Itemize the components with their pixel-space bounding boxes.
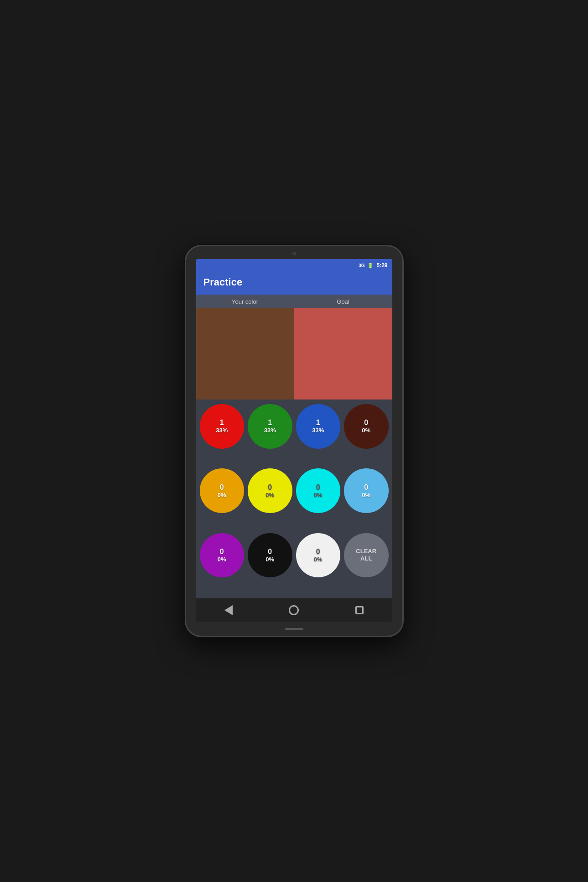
count-purple: 0 xyxy=(220,548,224,556)
percent-blue: 33% xyxy=(312,427,324,434)
back-icon xyxy=(224,605,233,615)
color-section-header: Your color Goal xyxy=(196,295,392,308)
count-orange: 0 xyxy=(220,483,224,492)
color-btn-red[interactable]: 133% xyxy=(200,404,245,449)
count-yellow: 0 xyxy=(268,483,272,492)
count-ltblue: 0 xyxy=(364,483,368,492)
your-color-label: Your color xyxy=(196,298,294,305)
color-btn-black[interactable]: 00% xyxy=(248,533,292,578)
app-title: Practice xyxy=(203,276,385,288)
color-btn-orange[interactable]: 00% xyxy=(200,468,245,513)
screen: 3G 🔋 5:29 Practice Your color Goal 133%1… xyxy=(196,259,392,622)
count-red: 1 xyxy=(220,419,224,427)
back-button[interactable] xyxy=(220,602,237,618)
color-btn-blue[interactable]: 133% xyxy=(296,404,341,449)
percent-brown: 0% xyxy=(362,427,370,434)
signal-indicator: 3G xyxy=(359,263,364,268)
goal-color-box xyxy=(294,308,392,399)
color-btn-yellow[interactable]: 00% xyxy=(248,468,292,513)
percent-black: 0% xyxy=(265,556,274,563)
percent-ltblue: 0% xyxy=(362,492,370,498)
clear-all-label: CLEARALL xyxy=(356,548,376,563)
percent-white: 0% xyxy=(314,556,323,563)
count-cyan: 0 xyxy=(316,483,320,492)
count-black: 0 xyxy=(268,548,272,556)
percent-cyan: 0% xyxy=(314,492,323,498)
percent-yellow: 0% xyxy=(265,492,274,498)
goal-label: Goal xyxy=(294,298,392,305)
clock: 5:29 xyxy=(376,262,387,269)
color-btn-ltblue[interactable]: 00% xyxy=(344,468,389,513)
color-buttons-grid: 133%133%133%00%00%00%00%00%00%00%00%CLEA… xyxy=(196,399,392,598)
count-blue: 1 xyxy=(316,419,320,427)
nav-bar xyxy=(196,598,392,622)
clear-all-button[interactable]: CLEARALL xyxy=(344,533,389,578)
device-bottom xyxy=(186,622,402,636)
status-bar: 3G 🔋 5:29 xyxy=(196,259,392,272)
color-btn-brown[interactable]: 00% xyxy=(344,404,389,449)
percent-orange: 0% xyxy=(218,492,226,498)
count-green: 1 xyxy=(268,419,272,427)
app-bar: Practice xyxy=(196,272,392,295)
count-white: 0 xyxy=(316,548,320,556)
color-btn-white[interactable]: 00% xyxy=(296,533,341,578)
your-color-box xyxy=(196,308,294,399)
color-btn-cyan[interactable]: 00% xyxy=(296,468,341,513)
recent-icon xyxy=(355,606,364,614)
battery-indicator: 🔋 xyxy=(367,263,374,269)
color-btn-green[interactable]: 133% xyxy=(248,404,292,449)
device: 3G 🔋 5:29 Practice Your color Goal 133%1… xyxy=(185,245,404,637)
percent-red: 33% xyxy=(216,427,228,434)
percent-purple: 0% xyxy=(218,556,226,563)
color-btn-purple[interactable]: 00% xyxy=(200,533,245,578)
home-icon xyxy=(289,605,299,615)
recent-button[interactable] xyxy=(351,602,368,618)
home-button[interactable] xyxy=(286,602,302,618)
count-brown: 0 xyxy=(364,419,368,427)
percent-green: 33% xyxy=(264,427,276,434)
color-preview-row xyxy=(196,308,392,399)
home-indicator xyxy=(285,628,303,630)
camera xyxy=(292,252,296,255)
